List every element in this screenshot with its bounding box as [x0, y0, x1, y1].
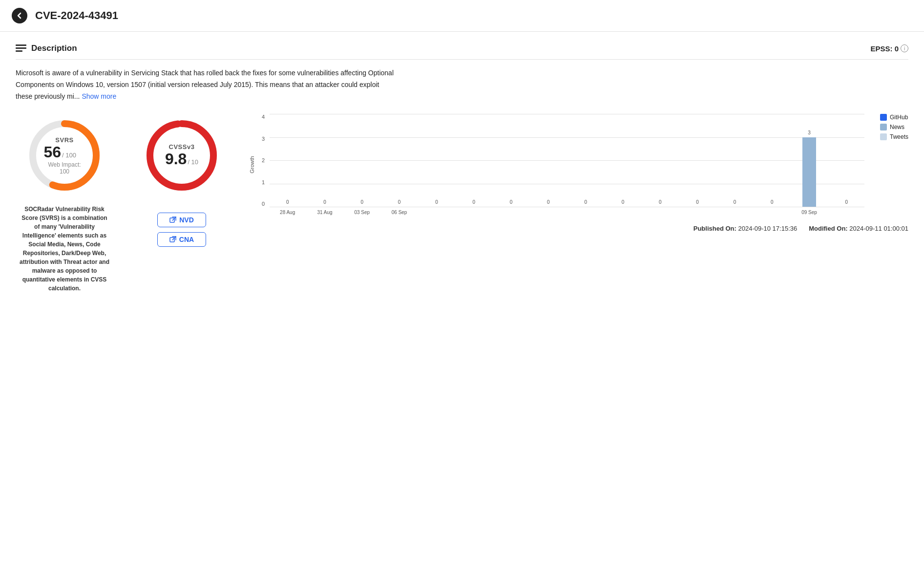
- x-label: [568, 210, 604, 215]
- x-label: 28 Aug: [270, 210, 305, 215]
- bar-top-label: 0: [398, 199, 401, 205]
- bar-group: 0: [530, 114, 566, 207]
- bar-group: 0: [381, 114, 417, 207]
- bar-top-label: 3: [808, 130, 811, 135]
- bar-top-label: 0: [435, 199, 438, 205]
- chart-inner: Growth 4 3 2 1 0: [250, 114, 864, 215]
- x-label: [642, 210, 678, 215]
- legend-github-label: GitHub: [890, 114, 908, 121]
- y-axis-labels: 4 3 2 1 0: [250, 114, 268, 207]
- svrs-description: SOCRadar Vulnerability Risk Score (SVRS)…: [18, 205, 111, 293]
- bar-group: 0: [829, 114, 864, 207]
- x-label: [717, 210, 753, 215]
- x-label: 09 Sep: [791, 210, 827, 215]
- chart-container: GitHub News Tweets Growth: [250, 114, 908, 232]
- svrs-container: SVRS 56 / 100 Web Impact: 100 SOCRadar V…: [16, 114, 113, 293]
- x-label: 31 Aug: [307, 210, 342, 215]
- bar-group: 0: [605, 114, 641, 207]
- published-date: Published On: 2024-09-10 17:15:36: [693, 225, 797, 232]
- bar-top-label: 0: [361, 199, 364, 205]
- description-icon: [16, 44, 26, 52]
- bar-top-label: 0: [547, 199, 550, 205]
- bar-group: 0: [754, 114, 790, 207]
- bar-group: 0: [568, 114, 604, 207]
- bar-group: 3: [791, 114, 827, 207]
- cvss-ring: CVSSv3 9.8 / 10: [140, 114, 223, 197]
- y-label-1: 1: [262, 179, 265, 185]
- main-content: Description EPSS: 0 i Microsoft is aware…: [0, 32, 924, 304]
- cvss-container: CVSSv3 9.8 / 10 NVD: [133, 114, 231, 247]
- chart-legend: GitHub News Tweets: [880, 114, 908, 140]
- legend-news-color: [880, 124, 887, 130]
- cvss-buttons: NVD CNA: [157, 213, 206, 247]
- epss-info-icon[interactable]: i: [901, 44, 908, 52]
- bar-group: 0: [344, 114, 380, 207]
- legend-tweets: Tweets: [880, 133, 908, 140]
- x-label: 03 Sep: [344, 210, 380, 215]
- bar-top-label: 0: [323, 199, 326, 205]
- page-header: CVE-2024-43491: [0, 0, 924, 32]
- svg-rect-0: [16, 44, 26, 46]
- x-label: [530, 210, 566, 215]
- bar-group: 0: [270, 114, 305, 207]
- bar-top-label: 0: [510, 199, 513, 205]
- epss-label: EPSS: 0: [870, 44, 899, 53]
- epss-info: EPSS: 0 i: [870, 44, 908, 53]
- x-label: [679, 210, 715, 215]
- bar-group: 0: [419, 114, 454, 207]
- section-title-group: Description: [16, 43, 77, 53]
- bar-top-label: 0: [622, 199, 625, 205]
- legend-tweets-color: [880, 133, 887, 140]
- cna-button[interactable]: CNA: [157, 232, 206, 247]
- legend-github: GitHub: [880, 114, 908, 121]
- bar-top-label: 0: [771, 199, 774, 205]
- x-label: [829, 210, 864, 215]
- bars-container: 0000000000000030: [270, 114, 864, 207]
- section-header: Description EPSS: 0 i: [16, 43, 908, 60]
- svrs-ring: SVRS 56 / 100 Web Impact: 100: [23, 114, 106, 197]
- x-label: [456, 210, 492, 215]
- x-label: 06 Sep: [381, 210, 417, 215]
- y-label-2: 2: [262, 157, 265, 163]
- x-labels: 28 Aug31 Aug03 Sep06 Sep09 Sep: [270, 210, 864, 215]
- back-button[interactable]: [12, 8, 27, 23]
- section-label: Description: [31, 43, 77, 53]
- bar-group: 0: [456, 114, 492, 207]
- nvd-button[interactable]: NVD: [157, 213, 206, 227]
- charts-row: SVRS 56 / 100 Web Impact: 100 SOCRadar V…: [16, 114, 908, 293]
- cvss-center: CVSSv3 9.8 / 10: [165, 143, 198, 168]
- x-label: [419, 210, 454, 215]
- grid-line-0: [270, 207, 864, 207]
- x-label: [605, 210, 641, 215]
- y-label-4: 4: [262, 114, 265, 120]
- bar-group: 0: [679, 114, 715, 207]
- description-text: Microsoft is aware of a vulnerability in…: [16, 67, 397, 102]
- bar-group: 0: [717, 114, 753, 207]
- page-title: CVE-2024-43491: [35, 9, 118, 22]
- bar-group: 0: [493, 114, 529, 207]
- bar-top-label: 0: [584, 199, 587, 205]
- plot-area: 0000000000000030: [270, 114, 864, 207]
- bar-top-label: 0: [696, 199, 699, 205]
- x-label: [754, 210, 790, 215]
- dates-row: Published On: 2024-09-10 17:15:36 Modifi…: [250, 225, 908, 232]
- bar-group: 0: [642, 114, 678, 207]
- svg-rect-2: [16, 50, 22, 52]
- modified-date: Modified On: 2024-09-11 01:00:01: [809, 225, 908, 232]
- bar-top-label: 0: [734, 199, 736, 205]
- y-label-0: 0: [262, 201, 265, 207]
- legend-tweets-label: Tweets: [890, 133, 908, 140]
- legend-news: News: [880, 124, 908, 130]
- legend-news-label: News: [890, 124, 904, 130]
- show-more-link[interactable]: Show more: [82, 92, 116, 100]
- bar-top-label: 0: [845, 199, 848, 205]
- bar-chart-area: GitHub News Tweets Growth: [250, 114, 908, 232]
- bar-group: 0: [307, 114, 342, 207]
- bar-news: [802, 137, 816, 207]
- svg-rect-1: [16, 47, 26, 49]
- bar-top-label: 0: [659, 199, 662, 205]
- bar-top-label: 0: [286, 199, 289, 205]
- y-label-3: 3: [262, 136, 265, 142]
- x-label: [493, 210, 529, 215]
- svrs-center: SVRS 56 / 100 Web Impact: 100: [44, 136, 85, 174]
